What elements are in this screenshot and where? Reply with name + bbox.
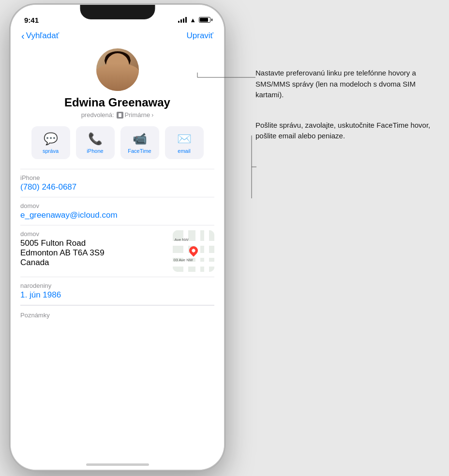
annotation-text-1: Nastavte preferovanú linku pre telefónne… — [255, 68, 444, 101]
phone-value[interactable]: (780) 246-0687 — [20, 182, 214, 192]
message-icon: 💬 — [44, 132, 58, 146]
connector-line-1 — [197, 73, 255, 82]
birthday-value[interactable]: 1. jún 1986 — [20, 290, 214, 300]
address-row[interactable]: domov 5005 Fulton Road Edmonton AB T6A 3… — [20, 225, 214, 277]
screen: 9:41 ▲ — [11, 5, 224, 470]
contact-name: Edwina Greenaway — [64, 96, 170, 109]
contact-default-line: predvolená: Primárne › — [81, 111, 154, 119]
map-label-2: 03 Ave NW — [174, 258, 193, 262]
annotation-1-block: Nastavte preferovanú linku pre telefónne… — [255, 68, 444, 101]
address-label: domov — [20, 230, 167, 238]
facetime-button[interactable]: 📹 FaceTime — [120, 126, 159, 159]
notes-row[interactable]: Poznámky — [20, 305, 214, 326]
address-line2: Edmonton AB T6A 3S9 — [20, 248, 167, 258]
annotations-panel: Nastavte preferovanú linku pre telefónne… — [255, 68, 444, 142]
phone-label: iPhone — [20, 174, 214, 181]
signal-icon — [178, 17, 187, 23]
bracket-connector — [247, 135, 256, 198]
chevron-right-icon: › — [151, 112, 153, 119]
battery-icon — [199, 17, 210, 23]
birthday-label: narodeniny — [20, 282, 214, 289]
back-label: Vyhľadať — [26, 31, 59, 41]
status-icons: ▲ — [178, 16, 210, 24]
avatar — [96, 48, 139, 91]
birthday-row[interactable]: narodeniny 1. jún 1986 — [20, 277, 214, 305]
wifi-icon: ▲ — [190, 16, 196, 24]
map-pin — [189, 246, 198, 255]
edit-button[interactable]: Upraviť — [187, 31, 214, 41]
address-line3: Canada — [20, 258, 167, 268]
phone-label: iPhone — [87, 148, 103, 154]
contact-header: Edwina Greenaway predvolená: Primárne — [11, 45, 224, 169]
default-label: predvolená: — [81, 111, 114, 119]
map-thumbnail[interactable]: Ave NW 03 Ave NW — [173, 230, 214, 272]
chevron-left-icon: ‹ — [21, 31, 25, 41]
annotation-2-block: Pošlite správu, zavolajte, uskutočnite F… — [255, 120, 444, 142]
back-button[interactable]: ‹ Vyhľadať — [21, 31, 59, 41]
email-value[interactable]: e_greenaway@icloud.com — [20, 210, 214, 220]
scene: 9:41 ▲ — [0, 0, 449, 476]
default-sim: Primárne — [125, 111, 150, 119]
svg-rect-0 — [119, 113, 121, 117]
address-line1: 5005 Fulton Road — [20, 238, 167, 248]
map-label-1: Ave NW — [174, 238, 188, 242]
address-text: domov 5005 Fulton Road Edmonton AB T6A 3… — [20, 230, 167, 268]
email-icon: ✉️ — [177, 132, 192, 146]
sim-badge[interactable]: Primárne › — [117, 111, 154, 119]
scroll-content[interactable]: Edwina Greenaway predvolená: Primárne — [11, 45, 224, 459]
iphone-outer: 9:41 ▲ — [10, 4, 225, 471]
notes-label: Poznámky — [20, 312, 214, 319]
email-label: email — [178, 148, 190, 154]
nav-bar: ‹ Vyhľadať Upraviť — [11, 29, 224, 45]
phone-icon: 📞 — [88, 132, 103, 146]
status-time: 9:41 — [24, 16, 39, 24]
annotation-text-2: Pošlite správu, zavolajte, uskutočnite F… — [255, 120, 444, 142]
phone-button[interactable]: 📞 iPhone — [76, 126, 115, 159]
message-label: správa — [43, 148, 59, 154]
notch — [80, 5, 155, 19]
sim-icon — [117, 112, 123, 119]
email-row[interactable]: domov e_greenaway@icloud.com — [20, 197, 214, 225]
phone-row[interactable]: iPhone (780) 246-0687 — [20, 169, 214, 197]
facetime-label: FaceTime — [128, 148, 151, 154]
email-button[interactable]: ✉️ email — [165, 126, 204, 159]
action-buttons: 💬 správa 📞 iPhone 📹 FaceTime — [20, 126, 214, 159]
facetime-icon: 📹 — [133, 132, 147, 146]
info-sections: iPhone (780) 246-0687 domov e_greenaway@… — [11, 169, 224, 326]
iphone-frame: 9:41 ▲ — [0, 0, 237, 476]
home-indicator — [86, 463, 149, 466]
email-label: domov — [20, 202, 214, 209]
message-button[interactable]: 💬 správa — [31, 126, 70, 159]
